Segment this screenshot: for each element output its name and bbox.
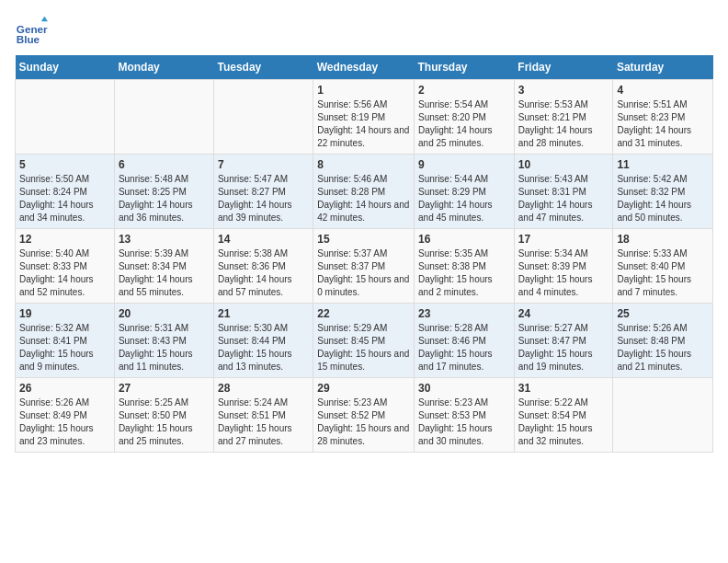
logo: General Blue <box>15 15 48 48</box>
day-info: Sunrise: 5:38 AM Sunset: 8:36 PM Dayligh… <box>218 247 309 299</box>
day-number: 11 <box>617 158 709 171</box>
calendar-cell: 11Sunrise: 5:42 AM Sunset: 8:32 PM Dayli… <box>613 155 713 229</box>
day-number: 3 <box>518 84 609 97</box>
calendar-cell: 5Sunrise: 5:50 AM Sunset: 8:24 PM Daylig… <box>16 155 115 229</box>
day-info: Sunrise: 5:33 AM Sunset: 8:40 PM Dayligh… <box>617 247 709 299</box>
calendar-cell: 2Sunrise: 5:54 AM Sunset: 8:20 PM Daylig… <box>415 80 515 155</box>
calendar-cell <box>114 80 213 155</box>
weekday-header: Thursday <box>415 55 515 80</box>
day-number: 23 <box>418 307 510 320</box>
day-info: Sunrise: 5:31 AM Sunset: 8:43 PM Dayligh… <box>119 322 210 373</box>
day-number: 20 <box>119 307 210 320</box>
day-number: 2 <box>418 84 510 97</box>
day-number: 14 <box>218 233 309 246</box>
calendar-cell: 3Sunrise: 5:53 AM Sunset: 8:21 PM Daylig… <box>514 80 613 155</box>
day-number: 6 <box>119 158 210 171</box>
calendar-cell: 19Sunrise: 5:32 AM Sunset: 8:41 PM Dayli… <box>16 304 115 378</box>
day-number: 30 <box>418 382 510 395</box>
header: General Blue <box>15 15 713 48</box>
calendar-table: SundayMondayTuesdayWednesdayThursdayFrid… <box>15 55 713 453</box>
calendar-week-row: 1Sunrise: 5:56 AM Sunset: 8:19 PM Daylig… <box>16 80 713 155</box>
day-info: Sunrise: 5:56 AM Sunset: 8:19 PM Dayligh… <box>317 98 410 150</box>
calendar-cell: 26Sunrise: 5:26 AM Sunset: 8:49 PM Dayli… <box>16 378 115 453</box>
weekday-header: Saturday <box>613 55 713 80</box>
day-info: Sunrise: 5:39 AM Sunset: 8:34 PM Dayligh… <box>119 247 210 299</box>
day-number: 4 <box>617 84 709 97</box>
day-number: 13 <box>119 233 210 246</box>
calendar-cell <box>613 378 713 453</box>
day-number: 21 <box>218 307 309 320</box>
day-info: Sunrise: 5:35 AM Sunset: 8:38 PM Dayligh… <box>418 247 510 299</box>
calendar-cell: 28Sunrise: 5:24 AM Sunset: 8:51 PM Dayli… <box>213 378 313 453</box>
day-number: 12 <box>19 233 110 246</box>
weekday-header: Monday <box>114 55 213 80</box>
calendar-cell: 10Sunrise: 5:43 AM Sunset: 8:31 PM Dayli… <box>514 155 613 229</box>
day-number: 19 <box>19 307 110 320</box>
calendar-week-row: 5Sunrise: 5:50 AM Sunset: 8:24 PM Daylig… <box>16 155 713 229</box>
calendar-week-row: 26Sunrise: 5:26 AM Sunset: 8:49 PM Dayli… <box>16 378 713 453</box>
calendar-cell <box>16 80 115 155</box>
day-number: 7 <box>218 158 309 171</box>
calendar-cell: 18Sunrise: 5:33 AM Sunset: 8:40 PM Dayli… <box>613 229 713 304</box>
day-number: 22 <box>317 307 410 320</box>
day-info: Sunrise: 5:48 AM Sunset: 8:25 PM Dayligh… <box>119 173 210 224</box>
day-info: Sunrise: 5:51 AM Sunset: 8:23 PM Dayligh… <box>617 98 709 150</box>
day-number: 18 <box>617 233 709 246</box>
weekday-header: Tuesday <box>213 55 313 80</box>
calendar-cell: 15Sunrise: 5:37 AM Sunset: 8:37 PM Dayli… <box>313 229 415 304</box>
day-number: 5 <box>19 158 110 171</box>
calendar-cell: 29Sunrise: 5:23 AM Sunset: 8:52 PM Dayli… <box>313 378 415 453</box>
day-info: Sunrise: 5:23 AM Sunset: 8:53 PM Dayligh… <box>418 396 510 448</box>
calendar-cell: 25Sunrise: 5:26 AM Sunset: 8:48 PM Dayli… <box>613 304 713 378</box>
calendar-cell: 7Sunrise: 5:47 AM Sunset: 8:27 PM Daylig… <box>213 155 313 229</box>
day-number: 24 <box>518 307 609 320</box>
day-info: Sunrise: 5:40 AM Sunset: 8:33 PM Dayligh… <box>19 247 110 299</box>
day-info: Sunrise: 5:26 AM Sunset: 8:49 PM Dayligh… <box>19 396 110 448</box>
day-info: Sunrise: 5:44 AM Sunset: 8:29 PM Dayligh… <box>418 173 510 224</box>
calendar-week-row: 19Sunrise: 5:32 AM Sunset: 8:41 PM Dayli… <box>16 304 713 378</box>
calendar-cell: 24Sunrise: 5:27 AM Sunset: 8:47 PM Dayli… <box>514 304 613 378</box>
day-info: Sunrise: 5:27 AM Sunset: 8:47 PM Dayligh… <box>518 322 609 373</box>
day-info: Sunrise: 5:42 AM Sunset: 8:32 PM Dayligh… <box>617 173 709 224</box>
day-info: Sunrise: 5:28 AM Sunset: 8:46 PM Dayligh… <box>418 322 510 373</box>
day-number: 16 <box>418 233 510 246</box>
svg-text:Blue: Blue <box>17 33 40 45</box>
calendar-cell: 1Sunrise: 5:56 AM Sunset: 8:19 PM Daylig… <box>313 80 415 155</box>
day-info: Sunrise: 5:29 AM Sunset: 8:45 PM Dayligh… <box>317 322 410 373</box>
weekday-header: Wednesday <box>313 55 415 80</box>
svg-marker-2 <box>41 17 48 21</box>
calendar-week-row: 12Sunrise: 5:40 AM Sunset: 8:33 PM Dayli… <box>16 229 713 304</box>
calendar-cell: 12Sunrise: 5:40 AM Sunset: 8:33 PM Dayli… <box>16 229 115 304</box>
day-number: 28 <box>218 382 309 395</box>
day-info: Sunrise: 5:30 AM Sunset: 8:44 PM Dayligh… <box>218 322 309 373</box>
calendar-cell: 4Sunrise: 5:51 AM Sunset: 8:23 PM Daylig… <box>613 80 713 155</box>
weekday-header: Friday <box>514 55 613 80</box>
calendar-cell: 17Sunrise: 5:34 AM Sunset: 8:39 PM Dayli… <box>514 229 613 304</box>
day-info: Sunrise: 5:22 AM Sunset: 8:54 PM Dayligh… <box>518 396 609 448</box>
calendar-cell <box>213 80 313 155</box>
day-number: 25 <box>617 307 709 320</box>
day-number: 17 <box>518 233 609 246</box>
day-info: Sunrise: 5:54 AM Sunset: 8:20 PM Dayligh… <box>418 98 510 150</box>
calendar-cell: 8Sunrise: 5:46 AM Sunset: 8:28 PM Daylig… <box>313 155 415 229</box>
day-info: Sunrise: 5:46 AM Sunset: 8:28 PM Dayligh… <box>317 173 410 224</box>
day-info: Sunrise: 5:43 AM Sunset: 8:31 PM Dayligh… <box>518 173 609 224</box>
calendar-cell: 27Sunrise: 5:25 AM Sunset: 8:50 PM Dayli… <box>114 378 213 453</box>
calendar-cell: 16Sunrise: 5:35 AM Sunset: 8:38 PM Dayli… <box>415 229 515 304</box>
calendar-cell: 21Sunrise: 5:30 AM Sunset: 8:44 PM Dayli… <box>213 304 313 378</box>
day-info: Sunrise: 5:26 AM Sunset: 8:48 PM Dayligh… <box>617 322 709 373</box>
logo-icon: General Blue <box>15 15 48 48</box>
day-number: 1 <box>317 84 410 97</box>
day-info: Sunrise: 5:50 AM Sunset: 8:24 PM Dayligh… <box>19 173 110 224</box>
calendar-header: SundayMondayTuesdayWednesdayThursdayFrid… <box>16 55 713 80</box>
weekday-header: Sunday <box>16 55 115 80</box>
calendar-cell: 20Sunrise: 5:31 AM Sunset: 8:43 PM Dayli… <box>114 304 213 378</box>
day-number: 26 <box>19 382 110 395</box>
calendar-cell: 13Sunrise: 5:39 AM Sunset: 8:34 PM Dayli… <box>114 229 213 304</box>
day-info: Sunrise: 5:47 AM Sunset: 8:27 PM Dayligh… <box>218 173 309 224</box>
day-info: Sunrise: 5:34 AM Sunset: 8:39 PM Dayligh… <box>518 247 609 299</box>
day-number: 8 <box>317 158 410 171</box>
calendar-cell: 6Sunrise: 5:48 AM Sunset: 8:25 PM Daylig… <box>114 155 213 229</box>
day-number: 10 <box>518 158 609 171</box>
day-number: 29 <box>317 382 410 395</box>
